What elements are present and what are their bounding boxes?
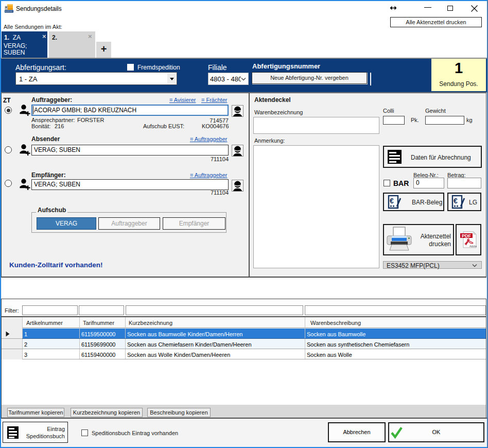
- svg-text:€: €: [454, 197, 458, 205]
- svg-text:PDF: PDF: [462, 233, 472, 238]
- svg-text:Adobe: Adobe: [469, 245, 477, 248]
- svg-text:€: €: [390, 197, 394, 205]
